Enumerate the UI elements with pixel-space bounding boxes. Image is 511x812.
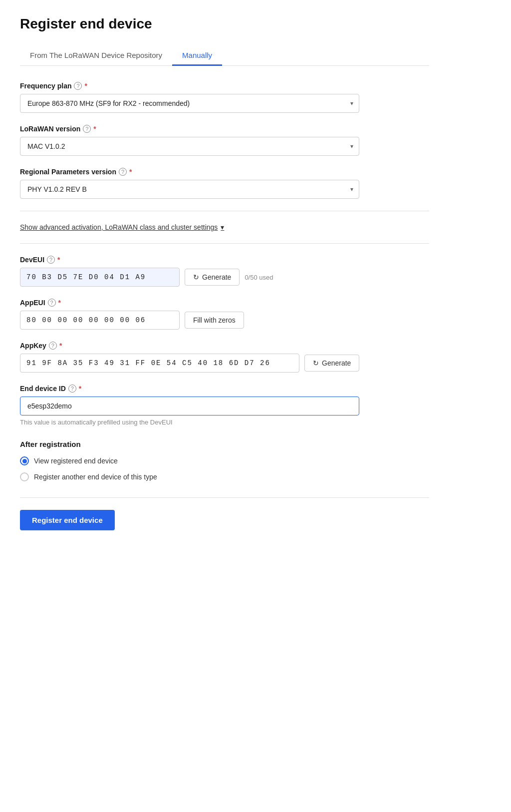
divider-1 xyxy=(20,211,429,211)
app-eui-label: AppEUI ? * xyxy=(20,299,429,307)
radio-register-another-label: Register another end device of this type xyxy=(34,473,157,481)
regional-params-label: Regional Parameters version ? * xyxy=(20,168,429,176)
radio-view-registered[interactable]: View registered end device xyxy=(20,456,429,465)
dev-eui-section: DevEUI ? * ↻ Generate 0/50 used xyxy=(20,256,429,287)
tab-repository[interactable]: From The LoRaWAN Device Repository xyxy=(20,46,172,66)
lorawan-version-select-wrapper: MAC V1.0.2 ▾ xyxy=(20,137,359,156)
app-key-refresh-icon: ↻ xyxy=(313,359,319,367)
refresh-icon: ↻ xyxy=(193,273,199,281)
tab-manually[interactable]: Manually xyxy=(172,46,222,66)
app-eui-section: AppEUI ? * Fill with zeros xyxy=(20,299,429,330)
chevron-down-icon: ▾ xyxy=(221,223,224,231)
lorawan-version-help-icon[interactable]: ? xyxy=(83,125,91,133)
app-eui-input[interactable] xyxy=(20,311,180,330)
app-key-row: ↻ Generate xyxy=(20,354,429,373)
frequency-plan-label: Frequency plan ? * xyxy=(20,82,429,90)
frequency-plan-select-wrapper: Europe 863-870 MHz (SF9 for RX2 - recomm… xyxy=(20,94,359,113)
lorawan-version-select[interactable]: MAC V1.0.2 xyxy=(20,137,359,156)
radio-register-another-icon xyxy=(20,472,29,481)
regional-params-select-wrapper: PHY V1.0.2 REV B ▾ xyxy=(20,180,359,199)
lorawan-version-required: * xyxy=(93,125,96,133)
register-end-device-button[interactable]: Register end device xyxy=(20,510,115,530)
dev-eui-generate-button[interactable]: ↻ Generate xyxy=(185,269,240,286)
frequency-plan-section: Frequency plan ? * Europe 863-870 MHz (S… xyxy=(20,82,429,113)
dev-eui-usage: 0/50 used xyxy=(245,274,273,281)
radio-register-another[interactable]: Register another end device of this type xyxy=(20,472,429,481)
page-title: Register end device xyxy=(20,16,429,32)
radio-view-label: View registered end device xyxy=(34,457,118,465)
app-key-label: AppKey ? * xyxy=(20,342,429,350)
end-device-id-help-icon[interactable]: ? xyxy=(68,385,76,393)
regional-params-section: Regional Parameters version ? * PHY V1.0… xyxy=(20,168,429,199)
app-key-help-icon[interactable]: ? xyxy=(49,342,57,350)
app-key-section: AppKey ? * ↻ Generate xyxy=(20,342,429,373)
frequency-plan-help-icon[interactable]: ? xyxy=(74,82,82,90)
frequency-plan-required: * xyxy=(84,82,87,90)
dev-eui-required: * xyxy=(57,256,60,264)
regional-params-help-icon[interactable]: ? xyxy=(119,168,127,176)
end-device-id-label: End device ID ? * xyxy=(20,385,429,393)
dev-eui-label: DevEUI ? * xyxy=(20,256,429,264)
after-registration-options: View registered end device Register anot… xyxy=(20,456,429,481)
app-eui-help-icon[interactable]: ? xyxy=(48,299,56,307)
regional-params-select[interactable]: PHY V1.0.2 REV B xyxy=(20,180,359,199)
after-registration-section: After registration View registered end d… xyxy=(20,440,429,481)
frequency-plan-select[interactable]: Europe 863-870 MHz (SF9 for RX2 - recomm… xyxy=(20,94,359,113)
tab-bar: From The LoRaWAN Device Repository Manua… xyxy=(20,46,429,66)
register-section: Register end device xyxy=(20,497,429,530)
dev-eui-help-icon[interactable]: ? xyxy=(47,256,55,264)
app-eui-row: Fill with zeros xyxy=(20,311,429,330)
advanced-settings-link[interactable]: Show advanced activation, LoRaWAN class … xyxy=(20,223,429,231)
lorawan-version-label: LoRaWAN version ? * xyxy=(20,125,429,133)
lorawan-version-section: LoRaWAN version ? * MAC V1.0.2 ▾ xyxy=(20,125,429,156)
dev-eui-row: ↻ Generate 0/50 used xyxy=(20,268,429,287)
dev-eui-input[interactable] xyxy=(20,268,180,287)
end-device-id-input[interactable] xyxy=(20,397,359,415)
end-device-id-helper: This value is automatically prefilled us… xyxy=(20,418,429,426)
app-eui-required: * xyxy=(58,299,61,307)
radio-view-icon xyxy=(20,456,29,465)
regional-params-required: * xyxy=(129,168,132,176)
end-device-id-required: * xyxy=(79,385,81,393)
after-registration-title: After registration xyxy=(20,440,429,448)
app-key-required: * xyxy=(59,342,62,350)
divider-2 xyxy=(20,243,429,244)
end-device-id-section: End device ID ? * This value is automati… xyxy=(20,385,429,426)
fill-zeros-button[interactable]: Fill with zeros xyxy=(185,312,244,329)
app-key-input[interactable] xyxy=(20,354,299,373)
app-key-generate-button[interactable]: ↻ Generate xyxy=(304,355,359,372)
